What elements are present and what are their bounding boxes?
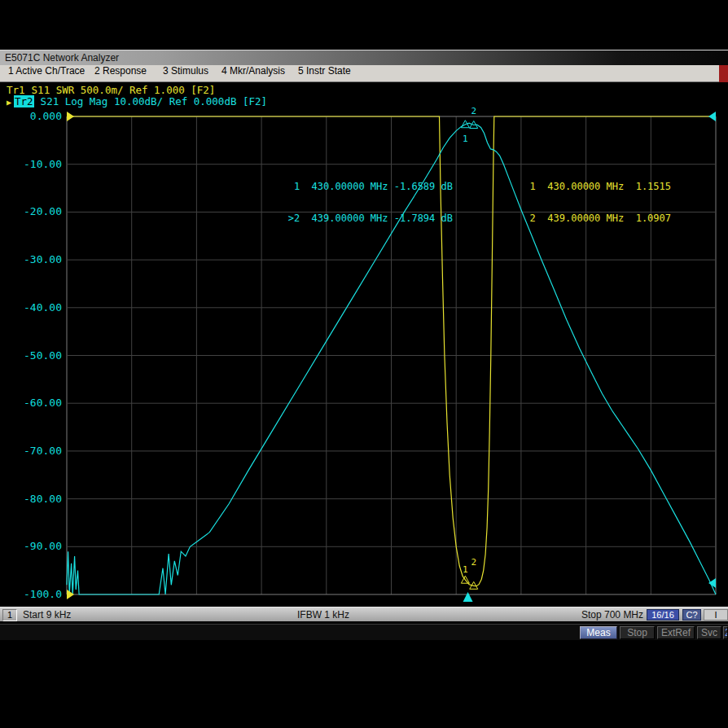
sweep-counter-badge: 16/16 [647,609,679,621]
y-axis-label: -10.00 [24,158,62,170]
tr2-marker2-readout: >2 439.00000 MHz -1.7894 dB [277,213,453,224]
instrument-status-badge: I [704,609,728,621]
y-axis-label: -100.0 [24,588,62,600]
marker-number: 1 [463,564,468,575]
trace2-name: Tr2 [14,95,34,107]
trace1-title[interactable]: Tr1S11 SWR 500.0m/ Ref 1.000 [F2] [7,84,215,96]
status-bar: 1 Start 9 kHz IFBW 1 kHz Stop 700 MHz 16… [0,607,728,621]
menu-bar: 1 Active Ch/Trace 2 Response 3 Stimulus … [0,65,728,82]
y-axis-label: -50.00 [24,349,62,362]
title-bar: E5071C Network Analyzer [0,50,728,65]
status-svc: Svc [697,626,721,639]
tr2-marker1-readout: 1 430.00000 MHz -1.6589 dB [277,182,453,192]
y-axis-label: -40.00 [24,301,62,314]
tr1-marker2-readout: 2 439.00000 MHz 1.0907 [521,213,671,224]
trace1-name: Tr1 [7,84,25,96]
y-axis-label: -30.00 [24,253,62,265]
marker-number: 2 [471,106,476,116]
active-trace-arrow-icon: ▶ [7,98,11,107]
status-stop: Stop [620,626,655,639]
y-axis-label: 0.000 [30,110,62,122]
menu-item-mkr-analysis[interactable]: 4 Mkr/Analysis [218,65,288,82]
status-extref: ExtRef [657,626,695,639]
status-truncated: 2 [723,626,728,639]
red-indicator [719,65,728,82]
status-meas: Meas [580,626,617,639]
trace1-format: S11 SWR 500.0m/ Ref 1.000 [F2] [32,84,216,96]
trace2-title[interactable]: ▶Tr2S21 Log Mag 10.00dB/ Ref 0.000dB [F2… [7,95,267,107]
y-axis: 0.000-10.00-20.00-30.00-40.00-50.00-60.0… [0,116,63,605]
menu-item-instr-state[interactable]: 5 Instr State [295,65,354,82]
menu-item-active-ch-trace[interactable]: 1 Active Ch/Trace [5,65,88,82]
stimulus-marker-icon [463,592,473,602]
softkey-bar: Meas Stop ExtRef Svc 2 [0,624,728,640]
trace2-format: S21 Log Mag 10.00dB/ Ref 0.000dB [F2] [41,95,267,107]
reference-level-icon [67,112,74,121]
start-frequency: Start 9 kHz [23,609,71,621]
reference-level-icon [708,112,716,121]
marker-number: 1 [463,134,468,144]
menu-item-response[interactable]: 2 Response [91,65,150,82]
marker-number: 2 [471,557,476,568]
y-axis-label: -70.00 [24,445,62,457]
ifbw-value: IFBW 1 kHz [297,609,349,621]
menu-item-stimulus[interactable]: 3 Stimulus [160,65,212,82]
tr2-marker-readout: 1 430.00000 MHz -1.6589 dB >2 439.00000 … [277,160,453,235]
correction-status-badge: C? [682,609,701,621]
tr1-marker-readout: 1 430.00000 MHz 1.1515 2 439.00000 MHz 1… [521,160,671,235]
y-axis-label: -20.00 [24,205,62,217]
channel-indicator: 1 [2,609,17,621]
window-title: E5071C Network Analyzer [5,52,119,64]
stop-frequency: Stop 700 MHz [581,609,643,621]
y-axis-label: -90.00 [24,540,62,552]
tr1-marker1-readout: 1 430.00000 MHz 1.1515 [521,182,671,192]
y-axis-label: -80.00 [24,493,62,505]
y-axis-label: -60.00 [24,397,62,409]
trace-bar: Tr1S11 SWR 500.0m/ Ref 1.000 [F2] ▶Tr2S2… [0,84,728,108]
